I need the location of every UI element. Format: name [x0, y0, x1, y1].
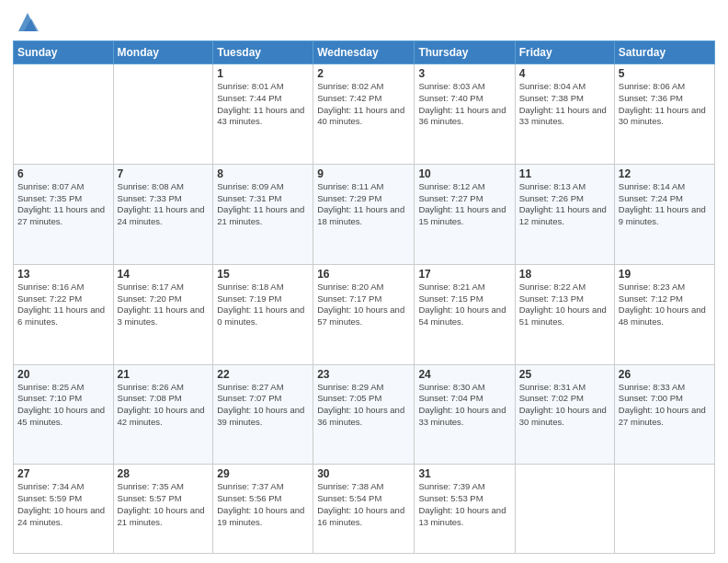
day-info: Sunrise: 8:12 AMSunset: 7:27 PMDaylight:…	[418, 181, 510, 228]
logo	[13, 13, 40, 35]
day-number: 25	[519, 368, 610, 381]
day-number: 17	[418, 268, 510, 281]
day-number: 9	[317, 167, 410, 180]
day-info: Sunrise: 8:27 AMSunset: 7:07 PMDaylight:…	[217, 382, 309, 429]
day-info: Sunrise: 8:23 AMSunset: 7:12 PMDaylight:…	[619, 282, 711, 328]
day-info: Sunrise: 7:35 AMSunset: 5:57 PMDaylight:…	[118, 481, 210, 528]
calendar-header-sunday: Sunday	[14, 41, 114, 64]
calendar-cell: 21Sunrise: 8:26 AMSunset: 7:08 PMDayligh…	[113, 364, 213, 465]
calendar-header-wednesday: Wednesday	[313, 41, 415, 64]
calendar-cell: 10Sunrise: 8:12 AMSunset: 7:27 PMDayligh…	[415, 164, 515, 264]
day-info: Sunrise: 8:30 AMSunset: 7:04 PMDaylight:…	[418, 382, 510, 429]
day-info: Sunrise: 7:38 AMSunset: 5:54 PMDaylight:…	[317, 481, 410, 528]
calendar-cell: 16Sunrise: 8:20 AMSunset: 7:17 PMDayligh…	[313, 264, 415, 364]
day-number: 6	[17, 167, 109, 180]
calendar-cell: 9Sunrise: 8:11 AMSunset: 7:29 PMDaylight…	[313, 164, 415, 264]
calendar-cell: 18Sunrise: 8:22 AMSunset: 7:13 PMDayligh…	[515, 264, 614, 364]
calendar-cell: 4Sunrise: 8:04 AMSunset: 7:38 PMDaylight…	[515, 64, 614, 165]
day-number: 31	[418, 467, 510, 480]
calendar-cell: 30Sunrise: 7:38 AMSunset: 5:54 PMDayligh…	[313, 465, 415, 554]
day-number: 28	[118, 467, 210, 480]
day-info: Sunrise: 8:04 AMSunset: 7:38 PMDaylight:…	[519, 81, 610, 128]
day-number: 5	[619, 67, 711, 80]
logo-icon	[15, 9, 40, 35]
day-info: Sunrise: 8:08 AMSunset: 7:33 PMDaylight:…	[118, 181, 210, 228]
day-number: 3	[418, 67, 510, 80]
day-info: Sunrise: 8:26 AMSunset: 7:08 PMDaylight:…	[118, 382, 210, 429]
day-number: 1	[217, 67, 309, 80]
calendar-week-2: 13Sunrise: 8:16 AMSunset: 7:22 PMDayligh…	[14, 264, 715, 364]
day-number: 20	[17, 368, 109, 381]
day-info: Sunrise: 8:22 AMSunset: 7:13 PMDaylight:…	[519, 282, 610, 328]
day-number: 30	[317, 467, 410, 480]
calendar-cell: 11Sunrise: 8:13 AMSunset: 7:26 PMDayligh…	[515, 164, 614, 264]
day-info: Sunrise: 8:31 AMSunset: 7:02 PMDaylight:…	[519, 382, 610, 429]
calendar-cell: 15Sunrise: 8:18 AMSunset: 7:19 PMDayligh…	[213, 264, 313, 364]
calendar-cell: 20Sunrise: 8:25 AMSunset: 7:10 PMDayligh…	[14, 364, 114, 465]
calendar-cell: 26Sunrise: 8:33 AMSunset: 7:00 PMDayligh…	[614, 364, 714, 465]
calendar-cell: 14Sunrise: 8:17 AMSunset: 7:20 PMDayligh…	[113, 264, 213, 364]
day-info: Sunrise: 7:39 AMSunset: 5:53 PMDaylight:…	[418, 481, 510, 528]
day-info: Sunrise: 8:02 AMSunset: 7:42 PMDaylight:…	[317, 81, 410, 128]
calendar-cell: 2Sunrise: 8:02 AMSunset: 7:42 PMDaylight…	[313, 64, 415, 165]
calendar-week-1: 6Sunrise: 8:07 AMSunset: 7:35 PMDaylight…	[14, 164, 715, 264]
calendar-cell	[113, 64, 213, 165]
day-info: Sunrise: 8:16 AMSunset: 7:22 PMDaylight:…	[17, 282, 109, 328]
day-info: Sunrise: 8:17 AMSunset: 7:20 PMDaylight:…	[118, 282, 210, 328]
day-info: Sunrise: 7:37 AMSunset: 5:56 PMDaylight:…	[217, 481, 309, 528]
day-info: Sunrise: 8:25 AMSunset: 7:10 PMDaylight:…	[17, 382, 109, 429]
day-number: 22	[217, 368, 309, 381]
day-info: Sunrise: 8:33 AMSunset: 7:00 PMDaylight:…	[619, 382, 711, 429]
day-info: Sunrise: 8:20 AMSunset: 7:17 PMDaylight:…	[317, 282, 410, 328]
day-number: 26	[619, 368, 711, 381]
day-number: 19	[619, 268, 711, 281]
calendar-cell: 8Sunrise: 8:09 AMSunset: 7:31 PMDaylight…	[213, 164, 313, 264]
day-info: Sunrise: 8:01 AMSunset: 7:44 PMDaylight:…	[217, 81, 309, 128]
calendar-cell: 29Sunrise: 7:37 AMSunset: 5:56 PMDayligh…	[213, 465, 313, 554]
calendar-cell: 1Sunrise: 8:01 AMSunset: 7:44 PMDaylight…	[213, 64, 313, 165]
calendar-cell: 12Sunrise: 8:14 AMSunset: 7:24 PMDayligh…	[614, 164, 714, 264]
calendar-cell: 7Sunrise: 8:08 AMSunset: 7:33 PMDaylight…	[113, 164, 213, 264]
header	[13, 9, 715, 35]
day-info: Sunrise: 8:11 AMSunset: 7:29 PMDaylight:…	[317, 181, 410, 228]
day-info: Sunrise: 8:13 AMSunset: 7:26 PMDaylight:…	[519, 181, 610, 228]
calendar-header-monday: Monday	[113, 41, 213, 64]
calendar-cell: 19Sunrise: 8:23 AMSunset: 7:12 PMDayligh…	[614, 264, 714, 364]
day-info: Sunrise: 8:14 AMSunset: 7:24 PMDaylight:…	[619, 181, 711, 228]
day-info: Sunrise: 8:07 AMSunset: 7:35 PMDaylight:…	[17, 181, 109, 228]
calendar-week-3: 20Sunrise: 8:25 AMSunset: 7:10 PMDayligh…	[14, 364, 715, 465]
day-info: Sunrise: 8:21 AMSunset: 7:15 PMDaylight:…	[418, 282, 510, 328]
day-number: 23	[317, 368, 410, 381]
calendar-header-tuesday: Tuesday	[213, 41, 313, 64]
calendar-cell: 23Sunrise: 8:29 AMSunset: 7:05 PMDayligh…	[313, 364, 415, 465]
day-number: 24	[418, 368, 510, 381]
calendar-cell: 6Sunrise: 8:07 AMSunset: 7:35 PMDaylight…	[14, 164, 114, 264]
day-number: 18	[519, 268, 610, 281]
calendar-week-4: 27Sunrise: 7:34 AMSunset: 5:59 PMDayligh…	[14, 465, 715, 554]
page: SundayMondayTuesdayWednesdayThursdayFrid…	[0, 0, 728, 563]
calendar-header-row: SundayMondayTuesdayWednesdayThursdayFrid…	[14, 41, 715, 64]
calendar-cell	[614, 465, 714, 554]
day-number: 13	[17, 268, 109, 281]
day-info: Sunrise: 7:34 AMSunset: 5:59 PMDaylight:…	[17, 481, 109, 528]
calendar-cell: 31Sunrise: 7:39 AMSunset: 5:53 PMDayligh…	[415, 465, 515, 554]
calendar-cell: 28Sunrise: 7:35 AMSunset: 5:57 PMDayligh…	[113, 465, 213, 554]
day-info: Sunrise: 8:09 AMSunset: 7:31 PMDaylight:…	[217, 181, 309, 228]
calendar-header-saturday: Saturday	[614, 41, 714, 64]
calendar-cell: 22Sunrise: 8:27 AMSunset: 7:07 PMDayligh…	[213, 364, 313, 465]
calendar-cell: 3Sunrise: 8:03 AMSunset: 7:40 PMDaylight…	[415, 64, 515, 165]
day-info: Sunrise: 8:03 AMSunset: 7:40 PMDaylight:…	[418, 81, 510, 128]
calendar-body: 1Sunrise: 8:01 AMSunset: 7:44 PMDaylight…	[14, 64, 715, 554]
calendar-cell: 24Sunrise: 8:30 AMSunset: 7:04 PMDayligh…	[415, 364, 515, 465]
day-number: 15	[217, 268, 309, 281]
calendar-cell: 27Sunrise: 7:34 AMSunset: 5:59 PMDayligh…	[14, 465, 114, 554]
day-number: 8	[217, 167, 309, 180]
day-number: 2	[317, 67, 410, 80]
day-number: 16	[317, 268, 410, 281]
calendar-cell: 13Sunrise: 8:16 AMSunset: 7:22 PMDayligh…	[14, 264, 114, 364]
day-number: 29	[217, 467, 309, 480]
day-number: 10	[418, 167, 510, 180]
calendar-header-friday: Friday	[515, 41, 614, 64]
day-info: Sunrise: 8:18 AMSunset: 7:19 PMDaylight:…	[217, 282, 309, 328]
day-number: 7	[118, 167, 210, 180]
